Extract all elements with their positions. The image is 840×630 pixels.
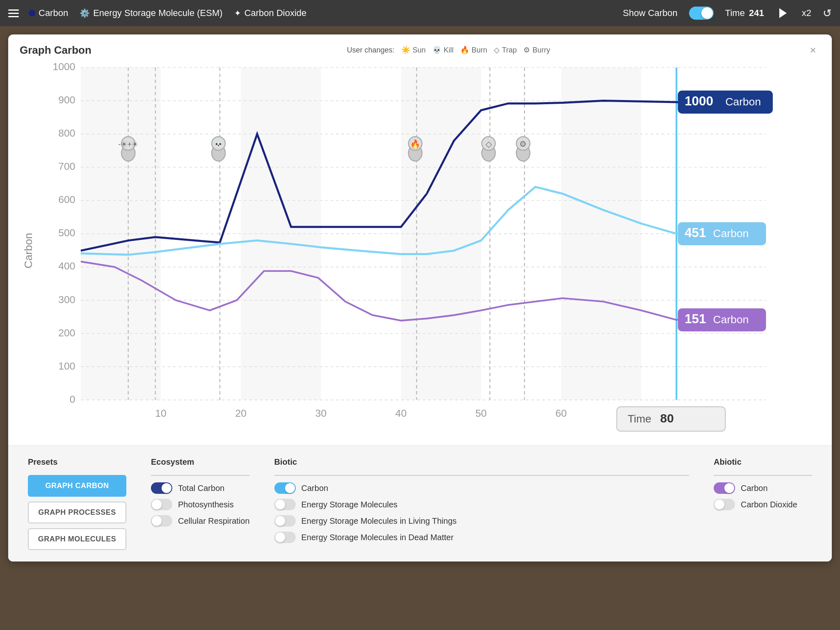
biotic-section: Biotic Carbon Energy Storage Molecules E… <box>274 457 689 550</box>
show-carbon-toggle[interactable] <box>689 7 714 20</box>
time-box-label: Time <box>628 413 651 425</box>
biotic-carbon-value: 451 <box>685 226 706 240</box>
time-label: Time <box>725 8 745 18</box>
preset-graph-molecules-btn[interactable]: GRAPH MOLECULES <box>28 528 126 550</box>
ecosystem-cellular-respiration-label: Cellular Respiration <box>178 516 250 526</box>
ecosystem-total-carbon-label: Total Carbon <box>178 484 224 493</box>
y-label-300: 300 <box>58 294 75 305</box>
carbon-dot <box>29 10 35 16</box>
svg-text:◇: ◇ <box>486 139 492 148</box>
main-content: Graph Carbon User changes: ☀️ Sun 💀 Kill… <box>0 26 840 630</box>
biotic-esm-living-toggle[interactable] <box>274 515 296 527</box>
x-label-40: 40 <box>395 408 407 419</box>
ecosystem-photosynthesis-row: Photosynthesis <box>151 499 250 510</box>
menu-button[interactable] <box>8 9 19 17</box>
user-changes-label: User changes: <box>347 46 395 55</box>
y-axis-label: Carbon <box>22 233 34 269</box>
preset-graph-processes-btn[interactable]: GRAPH PROCESSES <box>28 502 126 523</box>
speed-button[interactable]: x2 <box>802 8 811 18</box>
abiotic-co2-row: Carbon Dioxide <box>714 499 812 510</box>
chart-svg: Carbon 1000 900 800 700 600 500 <box>20 61 820 441</box>
y-label-600: 600 <box>58 194 75 205</box>
biotic-carbon-label: Carbon <box>301 484 329 493</box>
kill-annotation: 💀 <box>212 137 225 161</box>
biotic-title: Biotic <box>274 457 689 470</box>
bottom-controls: Presets GRAPH CARBON GRAPH PROCESSES GRA… <box>8 445 832 562</box>
change-sun: ☀️ Sun <box>401 46 426 55</box>
svg-text:🔥: 🔥 <box>410 139 420 149</box>
abiotic-carbon-value: 151 <box>685 312 706 326</box>
svg-text:💀: 💀 <box>213 139 224 149</box>
x-label-30: 30 <box>315 408 327 419</box>
biotic-carbon-unit: Carbon <box>713 227 749 240</box>
ecosystem-total-carbon-row: Total Carbon <box>151 482 250 494</box>
y-label-1000: 1000 <box>52 61 75 72</box>
x-label-10: 10 <box>155 408 167 419</box>
kill-icon: 💀 <box>432 46 441 55</box>
presets-title: Presets <box>28 457 126 470</box>
svg-text:⚙: ⚙ <box>519 139 527 148</box>
sun-label: Sun <box>413 46 426 55</box>
abiotic-co2-label: Carbon Dioxide <box>741 500 797 509</box>
total-carbon-unit: Carbon <box>725 96 761 108</box>
abiotic-carbon-label: Carbon <box>741 484 768 493</box>
co2-icon: ✦ <box>234 8 241 18</box>
change-burry: ⚙ Burry <box>523 46 550 55</box>
biotic-carbon-toggle[interactable] <box>274 482 296 494</box>
abiotic-title: Abiotic <box>714 457 812 470</box>
x-label-60: 60 <box>555 408 567 419</box>
burry-annotation: ⚙ <box>516 137 530 161</box>
abiotic-carbon-unit: Carbon <box>713 313 749 326</box>
abiotic-carbon-row: Carbon <box>714 482 812 494</box>
panel-title: Graph Carbon <box>20 44 91 57</box>
burry-icon: ⚙ <box>523 46 530 55</box>
y-label-0: 0 <box>70 394 75 405</box>
y-label-200: 200 <box>58 327 75 338</box>
ecosystem-cellular-respiration-toggle[interactable] <box>151 515 172 527</box>
esm-icon: ⚙️ <box>80 8 90 18</box>
biotic-esm-dead-label: Energy Storage Molecules in Dead Matter <box>301 533 454 542</box>
time-display: Time 241 <box>725 8 764 18</box>
play-button[interactable] <box>776 6 790 21</box>
user-changes: User changes: ☀️ Sun 💀 Kill 🔥 Burn ◇ Tra… <box>347 46 550 55</box>
close-button[interactable]: × <box>806 43 820 57</box>
total-carbon-value: 1000 <box>685 94 713 108</box>
ecosystem-photosynthesis-toggle[interactable] <box>151 499 172 510</box>
legend-co2: ✦ Carbon Dioxide <box>234 8 307 18</box>
burn-annotation: 🔥 <box>409 137 422 161</box>
biotic-esm-toggle[interactable] <box>274 499 296 510</box>
trap-label: Trap <box>502 46 517 55</box>
replay-button[interactable]: ↺ <box>823 7 832 20</box>
trap-annotation: ◇ <box>482 137 495 161</box>
trap-icon: ◇ <box>494 46 500 55</box>
biotic-esm-dead-toggle[interactable] <box>274 532 296 543</box>
biotic-esm-dead-row: Energy Storage Molecules in Dead Matter <box>274 532 689 543</box>
y-label-700: 700 <box>58 161 75 172</box>
top-bar: Carbon ⚙️ Energy Storage Molecule (ESM) … <box>0 0 840 26</box>
y-label-800: 800 <box>58 128 75 139</box>
ecosystem-section: Ecosystem Total Carbon Photosynthesis Ce… <box>151 457 250 550</box>
sun-icon: ☀️ <box>401 46 410 55</box>
legend-co2-label: Carbon Dioxide <box>244 8 307 18</box>
burn-label: Burn <box>472 46 487 55</box>
biotic-esm-row: Energy Storage Molecules <box>274 499 689 510</box>
change-burn: 🔥 Burn <box>460 46 487 55</box>
change-trap: ◇ Trap <box>494 46 517 55</box>
kill-label: Kill <box>444 46 454 55</box>
panel-header: Graph Carbon User changes: ☀️ Sun 💀 Kill… <box>8 34 832 61</box>
y-label-500: 500 <box>58 227 75 238</box>
x-label-50: 50 <box>475 408 487 419</box>
burn-icon: 🔥 <box>460 46 469 55</box>
biotic-esm-living-label: Energy Storage Molecules in Living Thing… <box>301 516 457 526</box>
legend-carbon: Carbon <box>29 8 68 18</box>
legend-esm: ⚙️ Energy Storage Molecule (ESM) <box>80 8 222 18</box>
legend-items: Carbon ⚙️ Energy Storage Molecule (ESM) … <box>29 8 613 18</box>
biotic-esm-label: Energy Storage Molecules <box>301 500 398 509</box>
abiotic-co2-toggle[interactable] <box>714 499 735 510</box>
abiotic-carbon-toggle[interactable] <box>714 482 735 494</box>
biotic-esm-living-row: Energy Storage Molecules in Living Thing… <box>274 515 689 527</box>
time-value: 241 <box>749 8 764 18</box>
y-label-100: 100 <box>58 361 75 372</box>
preset-graph-carbon-btn[interactable]: GRAPH CARBON <box>28 475 126 497</box>
ecosystem-total-carbon-toggle[interactable] <box>151 482 172 494</box>
